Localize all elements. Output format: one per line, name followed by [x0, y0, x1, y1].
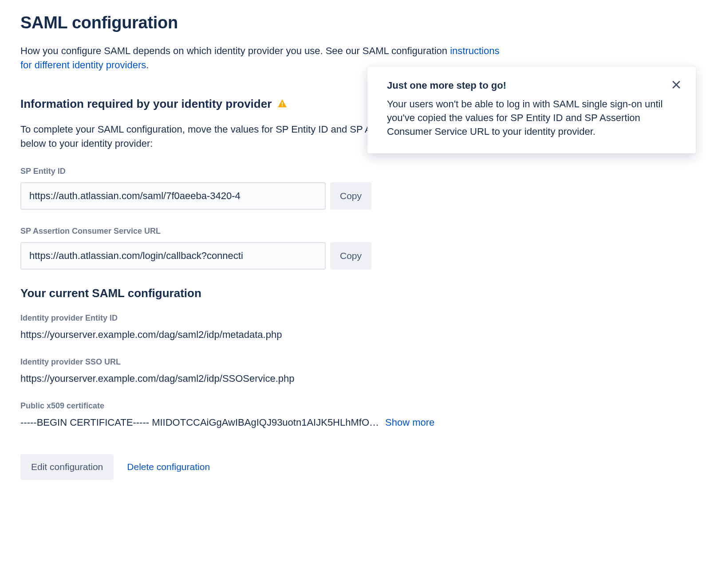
sp-acs-url-label: SP Assertion Consumer Service URL [20, 227, 512, 236]
sp-acs-url-field: SP Assertion Consumer Service URL https:… [20, 227, 512, 270]
idp-entity-id-value: https://yourserver.example.com/dag/saml2… [20, 329, 512, 341]
intro-pre: How you configure SAML depends on which … [20, 45, 450, 56]
popover-close-button[interactable] [668, 77, 684, 93]
config-actions: Edit configuration Delete configuration [20, 454, 512, 480]
sp-entity-id-copy-button[interactable]: Copy [330, 182, 371, 210]
intro-post: . [146, 59, 149, 71]
page-title: SAML configuration [20, 13, 512, 32]
sp-entity-id-label: SP Entity ID [20, 167, 512, 176]
svg-rect-0 [282, 102, 283, 105]
certificate-value: -----BEGIN CERTIFICATE----- MIIDOTCCAiGg… [20, 417, 379, 428]
certificate-row: -----BEGIN CERTIFICATE----- MIIDOTCCAiGg… [20, 417, 512, 428]
sp-entity-id-row: https://auth.atlassian.com/saml/7f0aeeba… [20, 182, 512, 210]
certificate-label: Public x509 certificate [20, 401, 512, 411]
sp-acs-url-row: https://auth.atlassian.com/login/callbac… [20, 242, 512, 270]
close-icon [670, 78, 682, 92]
certificate-show-more-link[interactable]: Show more [385, 417, 434, 428]
idp-sso-url-label: Identity provider SSO URL [20, 357, 512, 367]
edit-configuration-button[interactable]: Edit configuration [20, 454, 114, 480]
delete-configuration-link[interactable]: Delete configuration [127, 462, 210, 472]
certificate-block: Public x509 certificate -----BEGIN CERTI… [20, 401, 512, 428]
idp-entity-id-block: Identity provider Entity ID https://your… [20, 314, 512, 341]
warning-icon [277, 98, 288, 109]
sp-entity-id-input[interactable]: https://auth.atlassian.com/saml/7f0aeeba… [20, 182, 326, 210]
sp-entity-id-field: SP Entity ID https://auth.atlassian.com/… [20, 167, 512, 210]
idp-sso-url-value: https://yourserver.example.com/dag/saml2… [20, 373, 512, 384]
idp-entity-id-label: Identity provider Entity ID [20, 314, 512, 323]
sp-acs-url-input[interactable]: https://auth.atlassian.com/login/callbac… [20, 242, 326, 270]
popover-title: Just one more step to go! [387, 80, 680, 91]
idp-sso-url-block: Identity provider SSO URL https://yourse… [20, 357, 512, 384]
onboarding-popover: Just one more step to go! Your users won… [367, 67, 696, 153]
sp-acs-url-copy-button[interactable]: Copy [330, 242, 371, 270]
popover-body: Your users won't be able to log in with … [387, 98, 680, 138]
svg-rect-1 [282, 106, 283, 106]
current-config-title: Your current SAML configuration [20, 286, 512, 300]
info-section-title-text: Information required by your identity pr… [20, 97, 272, 111]
